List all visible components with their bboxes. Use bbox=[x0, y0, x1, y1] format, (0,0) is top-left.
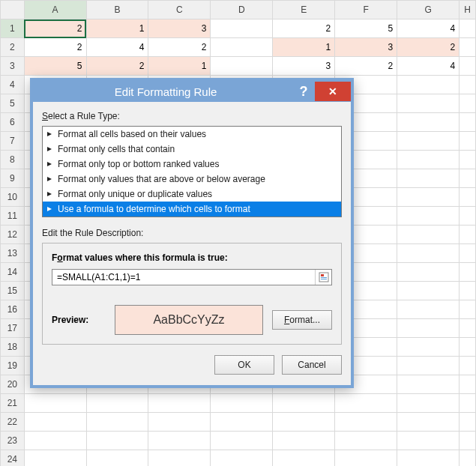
preview-label: Preview: bbox=[52, 315, 106, 325]
col-header-G[interactable]: G bbox=[397, 1, 460, 19]
col-header-A[interactable]: A bbox=[24, 1, 86, 19]
svg-rect-2 bbox=[321, 277, 327, 278]
row-header-9[interactable]: 9 bbox=[1, 169, 25, 188]
cell-F1[interactable]: 5 bbox=[335, 19, 397, 38]
cell-H1[interactable] bbox=[460, 19, 476, 38]
preview-swatch: AaBbCcYyZz bbox=[115, 305, 263, 335]
row-header-1[interactable]: 1 bbox=[1, 19, 25, 38]
row-header-12[interactable]: 12 bbox=[1, 226, 25, 244]
row-2: 2 2 4 2 1 3 2 bbox=[1, 38, 476, 57]
col-header-E[interactable]: E bbox=[273, 1, 335, 19]
row-header-20[interactable]: 20 bbox=[1, 375, 25, 394]
cell-D1[interactable] bbox=[211, 19, 273, 38]
arrow-icon bbox=[47, 131, 53, 137]
row-header-22[interactable]: 22 bbox=[1, 413, 25, 432]
ok-button[interactable]: OK bbox=[214, 355, 274, 375]
cell-C3[interactable]: 1 bbox=[148, 57, 211, 76]
help-icon[interactable]: ? bbox=[294, 84, 313, 100]
row-header-15[interactable]: 15 bbox=[1, 282, 25, 300]
rule-type-item-0[interactable]: Format all cells based on their values bbox=[43, 127, 341, 142]
arrow-icon bbox=[47, 206, 53, 212]
select-rule-type-label: Select a Rule Type: bbox=[42, 111, 342, 121]
rule-type-item-2[interactable]: Format only top or bottom ranked values bbox=[43, 157, 341, 172]
row-header-6[interactable]: 6 bbox=[1, 113, 25, 132]
edit-formatting-rule-dialog: Edit Formatting Rule ? ✕ Select a Rule T… bbox=[30, 78, 354, 388]
col-header-C[interactable]: C bbox=[148, 1, 211, 19]
row-header-3[interactable]: 3 bbox=[1, 57, 25, 76]
row-header-4[interactable]: 4 bbox=[1, 76, 25, 94]
cell-H3[interactable] bbox=[460, 57, 476, 76]
rule-type-item-4[interactable]: Format only unique or duplicate values bbox=[43, 187, 341, 202]
row-header-14[interactable]: 14 bbox=[1, 263, 25, 282]
range-picker-icon bbox=[319, 272, 329, 282]
col-header-D[interactable]: D bbox=[211, 1, 273, 19]
row-header-7[interactable]: 7 bbox=[1, 132, 25, 151]
range-picker-button[interactable] bbox=[315, 270, 331, 285]
close-button[interactable]: ✕ bbox=[315, 82, 351, 101]
row-header-16[interactable]: 16 bbox=[1, 300, 25, 319]
cell-D2[interactable] bbox=[211, 38, 273, 57]
cell-E1[interactable]: 2 bbox=[273, 19, 335, 38]
rule-type-item-5[interactable]: Use a formula to determine which cells t… bbox=[43, 202, 341, 217]
svg-rect-1 bbox=[321, 274, 324, 276]
cell-E3[interactable]: 3 bbox=[273, 57, 335, 76]
row-header-11[interactable]: 11 bbox=[1, 207, 25, 226]
cell-A2[interactable]: 2 bbox=[24, 38, 86, 57]
column-header-row: A B C D E F G H bbox=[1, 1, 476, 19]
cell-A1[interactable]: 2 bbox=[24, 19, 86, 38]
cell-F2[interactable]: 3 bbox=[335, 38, 397, 57]
row-header-18[interactable]: 18 bbox=[1, 338, 25, 357]
close-icon: ✕ bbox=[328, 85, 337, 97]
row-header-5[interactable]: 5 bbox=[1, 94, 25, 113]
edit-rule-description-label: Edit the Rule Description: bbox=[42, 228, 342, 238]
cell-E2[interactable]: 1 bbox=[273, 38, 335, 57]
cell-B2[interactable]: 4 bbox=[86, 38, 148, 57]
rule-type-list[interactable]: Format all cells based on their values F… bbox=[42, 126, 342, 217]
cancel-button[interactable]: Cancel bbox=[282, 355, 342, 375]
row-header-13[interactable]: 13 bbox=[1, 244, 25, 263]
format-button[interactable]: Format... bbox=[272, 310, 332, 330]
cell-A3[interactable]: 5 bbox=[24, 57, 86, 76]
row-header-21[interactable]: 21 bbox=[1, 394, 25, 413]
cell-H2[interactable] bbox=[460, 38, 476, 57]
cell-G3[interactable]: 4 bbox=[397, 57, 460, 76]
cell-G1[interactable]: 4 bbox=[397, 19, 460, 38]
row-header-2[interactable]: 2 bbox=[1, 38, 25, 57]
cell-B1[interactable]: 1 bbox=[86, 19, 148, 38]
formula-input[interactable] bbox=[52, 272, 315, 282]
cell-C1[interactable]: 3 bbox=[148, 19, 211, 38]
rule-type-item-3[interactable]: Format only values that are above or bel… bbox=[43, 172, 341, 187]
svg-rect-3 bbox=[321, 279, 327, 279]
arrow-icon bbox=[47, 146, 53, 152]
row-header-19[interactable]: 19 bbox=[1, 357, 25, 375]
arrow-icon bbox=[47, 176, 53, 182]
row-header-8[interactable]: 8 bbox=[1, 151, 25, 169]
cell-D3[interactable] bbox=[211, 57, 273, 76]
row-header-23[interactable]: 23 bbox=[1, 432, 25, 450]
row-3: 3 5 2 1 3 2 4 bbox=[1, 57, 476, 76]
cell-F3[interactable]: 2 bbox=[335, 57, 397, 76]
col-header-B[interactable]: B bbox=[86, 1, 148, 19]
arrow-icon bbox=[47, 191, 53, 197]
formula-label: Format values where this formula is true… bbox=[52, 252, 332, 263]
select-all-corner[interactable] bbox=[1, 1, 25, 19]
row-header-17[interactable]: 17 bbox=[1, 319, 25, 338]
dialog-title: Edit Formatting Rule bbox=[37, 85, 294, 98]
formula-input-wrapper bbox=[52, 269, 332, 285]
col-header-H[interactable]: H bbox=[460, 1, 476, 19]
rule-description-group: Format values where this formula is true… bbox=[42, 243, 342, 345]
col-header-F[interactable]: F bbox=[335, 1, 397, 19]
cell-G2[interactable]: 2 bbox=[397, 38, 460, 57]
row-1: 1 2 1 3 2 5 4 bbox=[1, 19, 476, 38]
rule-type-item-1[interactable]: Format only cells that contain bbox=[43, 142, 341, 157]
dialog-titlebar[interactable]: Edit Formatting Rule ? ✕ bbox=[33, 81, 351, 102]
cell-C2[interactable]: 2 bbox=[148, 38, 211, 57]
cell-B3[interactable]: 2 bbox=[86, 57, 148, 76]
row-header-24[interactable]: 24 bbox=[1, 450, 25, 467]
row-header-10[interactable]: 10 bbox=[1, 188, 25, 207]
arrow-icon bbox=[47, 161, 53, 167]
